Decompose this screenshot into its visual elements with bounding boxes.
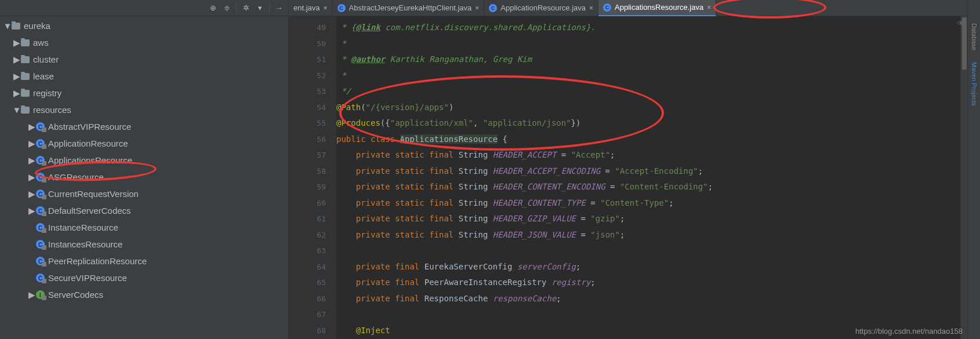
database-tool[interactable]: Database — [971, 23, 978, 50]
editor-area: ent.java × AbstractJerseyEurekaHttpClien… — [289, 0, 967, 339]
line-number: 52 — [289, 68, 326, 84]
line-number: 63 — [289, 243, 326, 259]
line-number: 57 — [289, 147, 326, 163]
tree-label: eureka — [24, 21, 50, 31]
tree-class-securevipresource[interactable]: SecureVIPResource — [0, 269, 288, 286]
tree-label: DefaultServerCodecs — [48, 206, 131, 216]
folder-icon — [21, 90, 30, 97]
tree-label: PeerReplicationResource — [48, 256, 147, 266]
class-icon — [603, 3, 611, 12]
line-number: 54 — [289, 100, 326, 116]
tree-label: AbstractVIPResource — [48, 122, 131, 132]
class-icon — [36, 240, 45, 249]
tree-label: ApplicationResource — [48, 138, 128, 148]
tree-interface-servercodecs[interactable]: ▶ ServerCodecs — [0, 286, 288, 303]
close-icon[interactable]: × — [475, 4, 479, 12]
tree-label: SecureVIPResource — [48, 273, 127, 283]
tab-label: AbstractJerseyEurekaHttpClient.java — [349, 3, 472, 12]
class-icon — [36, 274, 45, 282]
tree-label: lease — [33, 71, 54, 81]
tree-label: aws — [33, 38, 49, 48]
chevron-right-icon: ▶ — [28, 156, 36, 165]
line-number: 60 — [289, 195, 326, 212]
class-icon — [36, 223, 45, 232]
tree-class-abstractvipresource[interactable]: ▶ AbstractVIPResource — [0, 118, 288, 135]
line-number: 58 — [289, 163, 326, 180]
tab-ent[interactable]: ent.java × — [289, 0, 333, 16]
class-icon — [489, 4, 497, 12]
tree-folder-eureka[interactable]: ▼ eureka — [0, 17, 288, 34]
chevron-right-icon: ▶ — [28, 140, 36, 148]
tab-abstractjersey[interactable]: AbstractJerseyEurekaHttpClient.java × — [333, 0, 485, 16]
chevron-right-icon: ▶ — [13, 89, 21, 97]
tree-class-asgresource[interactable]: ▶ ASGResource — [0, 169, 288, 185]
chevron-right-icon: ▶ — [28, 207, 36, 215]
tree-class-applicationsresource[interactable]: ▶ ApplicationsResource — [0, 152, 288, 169]
chevron-right-icon: ▶ — [28, 190, 36, 198]
line-number: 51 — [289, 52, 326, 68]
line-number: 68 — [289, 323, 326, 339]
class-icon — [36, 122, 45, 131]
tree-class-applicationresource[interactable]: ▶ ApplicationResource — [0, 135, 288, 152]
tree-label: ApplicationsResource — [48, 155, 132, 165]
chevron-right-icon: ▶ — [28, 173, 36, 181]
class-icon — [36, 206, 45, 215]
tree-folder-lease[interactable]: ▶ lease — [0, 68, 288, 85]
close-icon[interactable]: × — [707, 3, 711, 12]
maven-tool[interactable]: Maven Projects — [971, 62, 978, 106]
chevron-right-icon: ▶ — [13, 39, 21, 47]
line-number: 55 — [289, 115, 326, 132]
line-number: 56 — [289, 132, 326, 148]
tab-applicationsresource[interactable]: ApplicationsResource.java × — [598, 0, 716, 16]
line-number: 64 — [289, 259, 326, 275]
code-editor[interactable]: * {@link com.netflix.discovery.shared.Ap… — [336, 16, 960, 339]
tree-folder-aws[interactable]: ▶ aws — [0, 34, 288, 51]
tree-label: resources — [33, 105, 71, 115]
tree-label: cluster — [33, 54, 59, 64]
chevron-right-icon: ▶ — [13, 56, 21, 64]
class-icon — [36, 257, 45, 265]
editor-body: 49 50 51 52 53 54 55 56 57 58 59 60 61 6… — [289, 16, 967, 339]
collapse-icon[interactable]: ≑ — [221, 2, 233, 14]
folder-icon — [21, 56, 30, 63]
chevron-right-icon: ▶ — [28, 291, 36, 299]
tab-label: ApplicationsResource.java — [615, 3, 703, 12]
gear-icon[interactable]: ✲ — [240, 2, 252, 14]
tree-label: InstancesResource — [48, 239, 122, 249]
tree-folder-registry[interactable]: ▶ registry — [0, 85, 288, 101]
chevron-down-icon: ▼ — [3, 22, 12, 30]
tree-class-instanceresource[interactable]: InstanceResource — [0, 219, 288, 236]
chevron-down-icon[interactable]: ▾ — [254, 2, 266, 14]
folder-icon — [12, 23, 20, 30]
class-icon — [36, 139, 45, 148]
folder-icon — [21, 107, 30, 114]
watermark: https://blog.csdn.net/nandao158 — [855, 327, 963, 336]
sidebar-toolbar: ⊕ ≑ ✲ ▾ → — [0, 0, 288, 16]
line-number: 66 — [289, 291, 326, 307]
folder-icon — [21, 73, 30, 80]
editor-tabs: ent.java × AbstractJerseyEurekaHttpClien… — [289, 0, 967, 16]
locate-icon[interactable]: ⊕ — [207, 2, 219, 14]
line-gutter: 49 50 51 52 53 54 55 56 57 58 59 60 61 6… — [289, 16, 336, 339]
tree-class-defaultservercodecs[interactable]: ▶ DefaultServerCodecs — [0, 202, 288, 219]
tree-folder-resources[interactable]: ▼ resources — [0, 101, 288, 118]
tab-applicationresource[interactable]: ApplicationResource.java × — [484, 0, 598, 16]
project-tree: ▼ eureka ▶ aws ▶ cluster ▶ lease ▶ regis… — [0, 16, 288, 339]
close-icon[interactable]: × — [324, 4, 328, 12]
line-number: 67 — [289, 307, 326, 323]
tree-label: ServerCodecs — [48, 290, 103, 300]
tree-class-instancesresource[interactable]: InstancesResource — [0, 236, 288, 253]
close-icon[interactable]: × — [589, 4, 593, 12]
tree-folder-cluster[interactable]: ▶ cluster — [0, 51, 288, 68]
eye-icon[interactable]: 👁 — [957, 19, 965, 28]
line-number: 61 — [289, 211, 326, 227]
line-number: 62 — [289, 227, 326, 243]
tree-label: registry — [33, 88, 61, 98]
interface-icon — [36, 290, 45, 299]
tree-label: InstanceResource — [48, 223, 118, 232]
tree-class-peerreplicationresource[interactable]: PeerReplicationResource — [0, 253, 288, 269]
tree-class-currentrequestversion[interactable]: ▶ CurrentRequestVersion — [0, 185, 288, 202]
scrollbar[interactable] — [960, 16, 967, 339]
tab-label: ent.java — [293, 3, 320, 12]
hide-icon[interactable]: → — [273, 2, 285, 14]
